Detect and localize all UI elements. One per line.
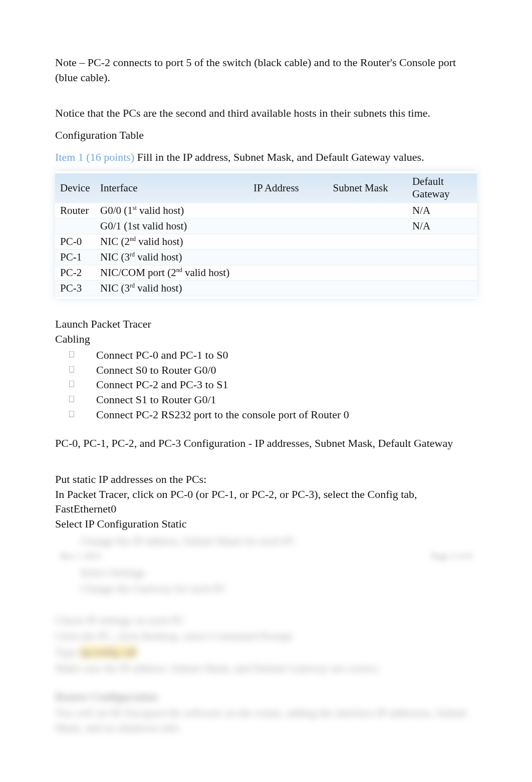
item-1-line: Item 1 (16 points) Fill in the IP addres… xyxy=(55,150,477,165)
item-1-label: Item 1 (16 points) xyxy=(55,151,134,163)
cabling-label: Cabling xyxy=(55,332,477,347)
cell-subnet xyxy=(328,281,407,296)
router-config-body: You will set IP, Encapsul the software o… xyxy=(55,705,477,735)
cell-ip xyxy=(248,218,328,234)
blurred-line: Select Settings xyxy=(80,565,477,580)
cell-ip xyxy=(248,265,328,281)
list-item: Connect PC-0 and PC-1 to S0 xyxy=(82,348,477,363)
pc-config-title: PC-0, PC-1, PC-2, and PC-3 Configuration… xyxy=(55,436,477,451)
cell-ip xyxy=(248,249,328,265)
make-sure-line: Make sure the IP address, Subnet Mask, a… xyxy=(55,661,477,676)
cell-device: PC-1 xyxy=(55,249,95,265)
cell-interface: NIC/COM port (2nd valid host) xyxy=(95,265,248,281)
header-device: Device xyxy=(55,173,95,203)
cell-device: PC-2 xyxy=(55,265,95,281)
cell-device: PC-0 xyxy=(55,234,95,249)
cell-gateway: N/A xyxy=(407,203,477,218)
cell-subnet xyxy=(328,234,407,249)
blurred-content-1: Change the IP address, Subnet Mask for e… xyxy=(55,534,477,596)
cell-interface: NIC (3rd valid host) xyxy=(95,249,248,265)
list-item: Connect PC-2 and PC-3 to S1 xyxy=(82,377,477,392)
blurred-line: Click the PC, click Desktop, select Comm… xyxy=(55,629,477,644)
footer-left: Rev 1 2021 xyxy=(60,551,102,562)
notice-paragraph: Notice that the PCs are the second and t… xyxy=(55,106,477,121)
static-ip-line: Put static IP addresses on the PCs: xyxy=(55,472,477,487)
table-row: G0/1 (1st valid host)N/A xyxy=(55,218,477,234)
cell-gateway: N/A xyxy=(407,218,477,234)
launch-packet-tracer: Launch Packet Tracer xyxy=(55,317,477,332)
blurred-line: Change the IP address, Subnet Mask for e… xyxy=(80,534,477,549)
list-item: Connect S0 to Router G0/0 xyxy=(82,363,477,378)
item-1-instruction: Fill in the IP address, Subnet Mask, and… xyxy=(134,151,424,163)
cell-device xyxy=(55,218,95,234)
cell-gateway xyxy=(407,265,477,281)
ipconfig-cmd: ipconfig /all xyxy=(80,646,137,658)
configuration-table: Device Interface IP Address Subnet Mask … xyxy=(55,171,477,299)
page-footer: Rev 1 2021 Page 2 of 8 xyxy=(60,551,472,562)
blurred-line: Change the Gateway for each PC xyxy=(80,581,477,596)
list-item: Connect PC-2 RS232 port to the console p… xyxy=(82,407,477,422)
blurred-content-2: Check IP settings on each PCClick the PC… xyxy=(55,613,477,675)
cell-ip xyxy=(248,203,328,218)
header-interface: Interface xyxy=(95,173,248,203)
cell-ip xyxy=(248,234,328,249)
cell-interface: G0/0 (1st valid host) xyxy=(95,203,248,218)
cell-subnet xyxy=(328,218,407,234)
cell-ip xyxy=(248,281,328,296)
blurred-line: Check IP settings on each PC xyxy=(55,613,477,628)
cell-gateway xyxy=(407,234,477,249)
cell-device: Router xyxy=(55,203,95,218)
cell-interface: G0/1 (1st valid host) xyxy=(95,218,248,234)
cell-subnet xyxy=(328,249,407,265)
table-row: RouterG0/0 (1st valid host)N/A xyxy=(55,203,477,218)
router-config-title: Router Configuration xyxy=(55,689,477,704)
list-item: Connect S1 to Router G0/1 xyxy=(82,392,477,407)
config-table-label: Configuration Table xyxy=(55,128,477,143)
footer-right: Page 2 of 8 xyxy=(431,551,472,562)
table-row: PC-3NIC (3rd valid host) xyxy=(55,281,477,296)
cell-subnet xyxy=(328,203,407,218)
cell-gateway xyxy=(407,281,477,296)
type-prefix: Type xyxy=(55,646,80,658)
note-paragraph: Note – PC-2 connects to port 5 of the sw… xyxy=(55,55,477,85)
blurred-content-3: Router Configuration You will set IP, En… xyxy=(55,689,477,735)
cell-interface: NIC (2nd valid host) xyxy=(95,234,248,249)
cell-device: PC-3 xyxy=(55,281,95,296)
cabling-list: Connect PC-0 and PC-1 to S0Connect S0 to… xyxy=(55,348,477,422)
table-row: PC-0NIC (2nd valid host) xyxy=(55,234,477,249)
table-row: PC-1NIC (3rd valid host) xyxy=(55,249,477,265)
select-static-line: Select IP Configuration Static xyxy=(55,516,477,532)
header-ip: IP Address xyxy=(248,173,328,203)
header-subnet: Subnet Mask xyxy=(328,173,407,203)
packet-tracer-line: In Packet Tracer, click on PC-0 (or PC-1… xyxy=(55,487,477,516)
cell-subnet xyxy=(328,265,407,281)
cell-interface: NIC (3rd valid host) xyxy=(95,281,248,296)
cell-gateway xyxy=(407,249,477,265)
table-row: PC-2NIC/COM port (2nd valid host) xyxy=(55,265,477,281)
table-header-row: Device Interface IP Address Subnet Mask … xyxy=(55,173,477,203)
header-gateway: Default Gateway xyxy=(407,173,477,203)
